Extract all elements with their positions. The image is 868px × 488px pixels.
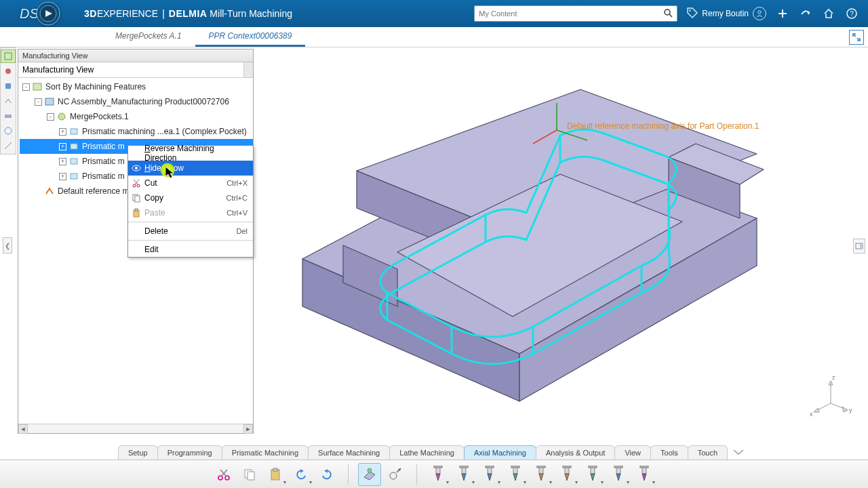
fullscreen-toggle[interactable] <box>849 30 864 45</box>
panel-title: Manufacturing View <box>18 49 253 62</box>
search-box[interactable] <box>474 5 677 22</box>
tree-twisty[interactable]: - <box>22 83 30 91</box>
top-right-icons: Remy Boutin ? <box>699 7 868 20</box>
ribbon-tab-programming[interactable]: Programming <box>157 445 222 460</box>
copy-button[interactable] <box>238 463 261 486</box>
help-icon[interactable]: ? <box>845 7 859 20</box>
ctx-delete[interactable]: DeleteDel <box>128 224 253 239</box>
tree-row-0[interactable]: -Sort By Machining Features <box>20 79 253 94</box>
svg-rect-71 <box>640 466 648 468</box>
left-tool-1[interactable] <box>1 49 16 63</box>
ctx-cut[interactable]: CutCtrl+X <box>128 176 253 190</box>
drill-5-button[interactable]: ▾ <box>530 463 553 486</box>
ribbon-tab-touch[interactable]: Touch <box>688 445 728 460</box>
axial-mode-group <box>354 462 411 487</box>
axial-mode-b[interactable] <box>384 463 407 486</box>
ctx-reverse-machining-direction[interactable]: Reverse Machining Direction <box>128 146 253 161</box>
drill-8-button[interactable]: ▾ <box>607 463 630 486</box>
tree-twisty[interactable]: + <box>59 158 66 165</box>
svg-rect-67 <box>589 466 597 468</box>
ribbon-tab-lathe-machining[interactable]: Lathe Machining <box>389 445 465 460</box>
redo-button[interactable] <box>315 463 338 486</box>
doc-tab-1[interactable]: PPR Context00006389 <box>195 27 306 47</box>
right-panel-expand[interactable] <box>853 239 865 253</box>
svg-rect-32 <box>71 159 77 164</box>
user-chip[interactable]: Remy Boutin <box>702 7 766 20</box>
ctx-label: Copy <box>144 193 226 203</box>
copy-icon <box>131 192 142 203</box>
ribbon-tab-analysis-output[interactable]: Analysis & Output <box>536 445 615 460</box>
eye-icon <box>131 163 142 174</box>
tree-hscroll[interactable]: ◄ ► <box>18 424 253 433</box>
ctx-edit[interactable]: Edit <box>128 242 253 257</box>
tree-label: Prismatic machining ...ea.1 (Complex Poc… <box>82 127 247 136</box>
svg-point-52 <box>390 472 397 479</box>
scroll-right-icon[interactable]: ► <box>243 424 253 434</box>
left-tool-6[interactable] <box>1 124 16 138</box>
drill-9-button[interactable]: ▾ <box>633 463 656 486</box>
left-panel-expand[interactable]: ❮ <box>3 237 12 253</box>
drill-6-button[interactable]: ▾ <box>555 463 578 486</box>
ribbon-tab-setup[interactable]: Setup <box>118 445 158 460</box>
ribbon-tab-tools[interactable]: Tools <box>650 445 688 460</box>
svg-point-4 <box>665 9 670 15</box>
tag-icon[interactable] <box>686 6 699 22</box>
app-bold: DELMIA <box>169 8 208 19</box>
left-tool-2[interactable] <box>1 64 16 78</box>
ribbon-tab-view[interactable]: View <box>614 445 651 460</box>
plus-icon[interactable] <box>776 7 789 20</box>
axial-tool-group: ▾▾▾▾▾▾▾▾▾ <box>422 462 660 487</box>
home-icon[interactable] <box>822 7 835 20</box>
cut-icon <box>131 178 142 188</box>
brand-bold: 3D <box>84 8 97 19</box>
tree-twisty[interactable]: - <box>47 113 54 121</box>
ribbon-more-icon[interactable] <box>727 445 750 460</box>
left-tool-3[interactable] <box>1 79 16 93</box>
drill-7-button[interactable]: ▾ <box>581 463 604 486</box>
undo-button[interactable]: ▾ <box>290 463 313 486</box>
ribbon-tab-prismatic-machining[interactable]: Prismatic Machining <box>222 445 309 460</box>
tree-twisty[interactable]: + <box>59 128 66 136</box>
tree-twisty[interactable]: + <box>59 173 66 180</box>
paste-button[interactable]: ▾ <box>264 463 287 486</box>
axis-y-label: y <box>849 407 852 413</box>
drill-2-button[interactable]: ▾ <box>452 463 475 486</box>
ribbon-tab-axial-machining[interactable]: Axial Machining <box>464 445 536 460</box>
ctx-label: Hide/Show <box>144 163 248 173</box>
tree-label: NC Assembly_Manufacturing Product0007270… <box>58 97 229 106</box>
svg-point-35 <box>135 167 138 169</box>
left-tool-7[interactable] <box>1 139 16 152</box>
drill-1-button[interactable]: ▾ <box>427 463 450 486</box>
left-tool-5[interactable] <box>1 109 16 123</box>
ctx-label: Cut <box>144 178 226 188</box>
compass-widget[interactable]: DS <box>0 0 81 27</box>
search-icon[interactable] <box>663 8 673 19</box>
svg-line-17 <box>557 130 587 140</box>
doc-tab-0[interactable]: MergePockets A.1 <box>102 27 195 47</box>
tree-filter-input[interactable] <box>18 62 243 77</box>
tree-header-scroll[interactable] <box>243 62 253 77</box>
cut-button[interactable] <box>212 463 235 486</box>
asm-icon <box>44 97 55 106</box>
search-input[interactable] <box>479 9 663 18</box>
svg-rect-11 <box>5 53 12 60</box>
share-icon[interactable] <box>799 7 812 20</box>
tree-twisty[interactable]: + <box>59 143 66 150</box>
ctx-hide-show[interactable]: Hide/Show <box>128 161 253 176</box>
axial-mode-a[interactable] <box>358 463 381 486</box>
paste-icon <box>131 207 142 218</box>
tree-twisty[interactable]: - <box>35 98 42 106</box>
drill-3-button[interactable]: ▾ <box>478 463 501 486</box>
tree-row-1[interactable]: -NC Assembly_Manufacturing Product000727… <box>20 94 253 109</box>
left-tool-4[interactable] <box>1 94 16 108</box>
ctx-shortcut: Ctrl+X <box>226 179 248 187</box>
tree-row-3[interactable]: +Prismatic machining ...ea.1 (Complex Po… <box>20 124 253 139</box>
tree-label: Sort By Machining Features <box>45 82 146 92</box>
axis-triad[interactable]: z x y <box>807 373 854 420</box>
drill-4-button[interactable]: ▾ <box>504 463 527 486</box>
tree-row-2[interactable]: -MergePockets.1 <box>20 109 253 124</box>
ctx-copy[interactable]: CopyCtrl+C <box>128 190 253 205</box>
ribbon-tab-surface-machining[interactable]: Surface Machining <box>308 445 390 460</box>
svg-rect-65 <box>563 466 571 468</box>
scroll-left-icon[interactable]: ◄ <box>18 424 28 434</box>
